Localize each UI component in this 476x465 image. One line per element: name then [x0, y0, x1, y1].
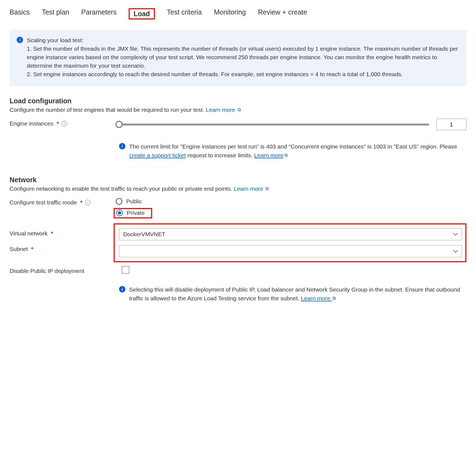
- engine-slider-field: [119, 119, 466, 130]
- tab-review[interactable]: Review + create: [258, 8, 307, 19]
- radio-icon: [116, 198, 122, 205]
- vnet-dropdown[interactable]: DockerVMVNET: [119, 228, 462, 240]
- radio-public[interactable]: Public: [114, 198, 466, 205]
- engine-instances-label: Engine instances * i: [10, 119, 119, 127]
- chevron-down-icon: [453, 233, 458, 236]
- load-config-desc: Configure the number of test engines tha…: [10, 107, 466, 113]
- radio-icon: [116, 210, 123, 216]
- engine-limits-info: i The current limit for "Engine instance…: [10, 142, 466, 159]
- disable-ip-label: Disable Public IP deployment: [10, 266, 122, 274]
- network-desc: Configure networking to enable the test …: [10, 186, 466, 192]
- required-asterisk: *: [80, 199, 82, 206]
- disable-learnmore-link[interactable]: Learn more.⧉: [301, 295, 336, 301]
- tab-criteria[interactable]: Test criteria: [167, 8, 202, 19]
- info-icon: i: [119, 143, 125, 149]
- external-link-icon: ⧉: [284, 152, 288, 159]
- load-config-heading: Load configuration: [10, 97, 466, 105]
- disable-ip-checkbox[interactable]: [122, 266, 129, 273]
- vnet-label-text: Virtual network: [10, 230, 48, 237]
- traffic-mode-row: Configure test traffic mode * i Public P…: [10, 198, 466, 218]
- required-asterisk: *: [57, 120, 59, 127]
- disable-ip-info: i Selecting this will disable deployment…: [10, 285, 466, 303]
- limits-text-a: The current limit for "Engine instances …: [129, 143, 457, 150]
- tab-monitoring[interactable]: Monitoring: [214, 8, 246, 19]
- network-learnmore-label: Learn more: [234, 186, 263, 192]
- tabs-bar: Basics Test plan Parameters Load Test cr…: [10, 8, 466, 19]
- disable-info-text: Selecting this will disable deployment o…: [129, 286, 460, 301]
- disable-learnmore-label: Learn more.: [301, 295, 332, 301]
- traffic-mode-field: Public Private: [114, 198, 466, 218]
- network-learnmore-link[interactable]: Learn more ⧉: [234, 186, 269, 192]
- vnet-subnet-row: Virtual network * Subnet * DockerVMVNET: [10, 220, 466, 262]
- external-link-icon: ⧉: [266, 186, 269, 192]
- private-label: Private: [127, 210, 145, 216]
- required-asterisk: *: [31, 246, 33, 252]
- load-config-desc-text: Configure the number of test engines tha…: [10, 107, 204, 113]
- radio-private[interactable]: Private: [114, 208, 152, 218]
- info-icon: i: [17, 37, 23, 43]
- info-line2: 2. Set engine instances accordingly to r…: [27, 71, 403, 77]
- traffic-mode-label: Configure test traffic mode * i: [10, 198, 114, 206]
- engine-label-text: Engine instances: [10, 120, 53, 127]
- learnmore-label: Learn more: [206, 107, 235, 113]
- support-ticket-link[interactable]: create a support ticket: [129, 152, 186, 158]
- limits-learnmore-label: Learn more: [254, 152, 283, 158]
- subnet-label-text: Subnet: [10, 246, 28, 252]
- vnet-subnet-highlight: DockerVMVNET: [114, 223, 466, 262]
- chevron-down-icon: [453, 250, 458, 253]
- tab-parameters[interactable]: Parameters: [81, 8, 117, 19]
- subnet-dropdown[interactable]: [119, 245, 462, 257]
- public-label: Public: [126, 198, 142, 205]
- external-link-icon: ⧉: [333, 295, 336, 302]
- disable-ip-field: [122, 266, 466, 273]
- info-line1: 1. Set the number of threads in the JMX …: [27, 45, 458, 69]
- slider-thumb[interactable]: [116, 121, 123, 128]
- network-heading: Network: [10, 176, 466, 184]
- vnet-label: Virtual network *: [10, 230, 114, 237]
- scaling-info-text: Scaling your load test: 1. Set the numbe…: [27, 36, 459, 78]
- tab-testplan[interactable]: Test plan: [42, 8, 69, 19]
- disable-label-text: Disable Public IP deployment: [10, 268, 84, 274]
- limits-text-b: request to increase limits.: [186, 152, 254, 158]
- tab-load[interactable]: Load: [129, 8, 155, 19]
- info-icon: i: [119, 286, 125, 292]
- scaling-info-box: i Scaling your load test: 1. Set the num…: [10, 30, 466, 86]
- network-desc-text: Configure networking to enable the test …: [10, 186, 232, 192]
- disable-ip-row: Disable Public IP deployment: [10, 266, 466, 274]
- engine-slider[interactable]: [119, 124, 429, 125]
- engine-value-input[interactable]: [436, 119, 466, 130]
- traffic-label-text: Configure test traffic mode: [10, 199, 77, 206]
- hint-icon[interactable]: i: [85, 200, 91, 205]
- info-title: Scaling your load test:: [27, 37, 83, 43]
- engine-instances-row: Engine instances * i: [10, 119, 466, 130]
- vnet-value: DockerVMVNET: [123, 231, 165, 238]
- load-config-learnmore-link[interactable]: Learn more ⧉: [206, 107, 241, 113]
- hint-icon[interactable]: i: [62, 121, 67, 126]
- subnet-label: Subnet *: [10, 246, 114, 252]
- required-asterisk: *: [51, 230, 53, 237]
- external-link-icon: ⧉: [238, 107, 241, 113]
- limits-learnmore-link[interactable]: Learn more⧉: [254, 152, 287, 158]
- tab-basics[interactable]: Basics: [10, 8, 30, 19]
